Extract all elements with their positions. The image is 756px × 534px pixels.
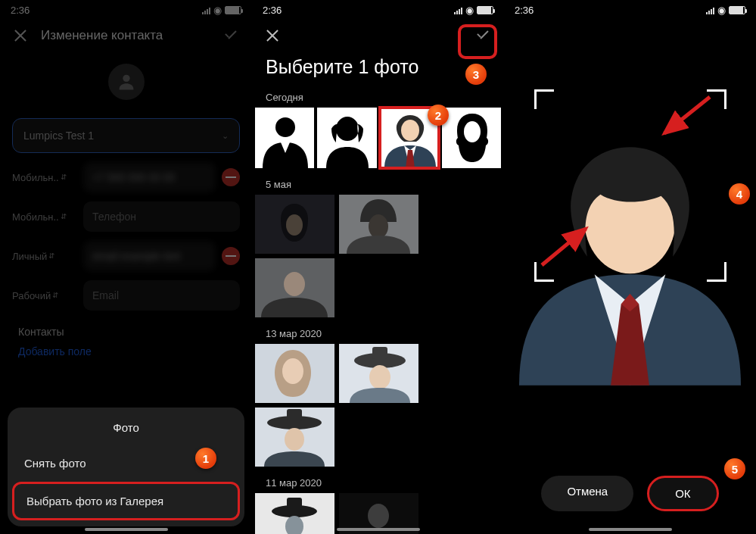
step-badge-2: 2 (428, 105, 449, 126)
status-time: 2:36 (515, 5, 534, 16)
contacts-section-label: Контакты (0, 320, 252, 342)
svg-point-0 (123, 75, 129, 82)
add-field-link[interactable]: Добавить поле (0, 342, 252, 361)
signal-icon (706, 5, 714, 14)
status-bar: 2:36 ◉ (504, 0, 756, 20)
wifi-icon: ◉ (465, 5, 474, 16)
photo-thumb[interactable] (255, 493, 334, 534)
today-row (252, 108, 504, 176)
photo-thumb[interactable] (339, 195, 418, 254)
home-indicator[interactable] (85, 528, 168, 531)
step-badge-5: 5 (724, 458, 745, 479)
svg-rect-22 (287, 409, 302, 421)
crop-buttons: Отмена ОК (504, 476, 756, 511)
edit-contact-header: Изменение контакта (0, 20, 252, 50)
svg-point-13 (284, 272, 305, 296)
email-value-1[interactable]: email example text (83, 241, 216, 271)
remove-phone-1-button[interactable] (222, 168, 240, 186)
status-time: 2:36 (263, 5, 282, 16)
status-indicators: ◉ (454, 5, 493, 16)
highlight-frame-confirm (458, 24, 497, 59)
phone-value-1[interactable]: +7 900 000 00 00 (83, 162, 216, 192)
phone-row-1: Мобильн..⇵ +7 900 000 00 00 (12, 162, 240, 192)
photo-thumb[interactable] (317, 108, 376, 168)
section-may5: 5 мая (252, 176, 504, 195)
photo-thumb[interactable] (255, 258, 334, 317)
status-time: 2:36 (11, 5, 30, 16)
svg-point-29 (368, 504, 389, 528)
wifi-icon: ◉ (717, 5, 726, 16)
phone-row-2: Мобильн..⇵ Телефон (12, 201, 240, 232)
annotation-arrow-icon (648, 91, 716, 144)
personal-label[interactable]: Личный⇵ (12, 251, 77, 262)
section-mar11: 11 мар 2020 (252, 474, 504, 493)
status-indicators: ◉ (706, 5, 745, 16)
svg-point-11 (369, 214, 388, 239)
photo-thumb[interactable] (255, 344, 334, 403)
svg-point-5 (401, 120, 419, 141)
battery-icon (729, 6, 745, 14)
confirm-icon[interactable] (222, 27, 238, 44)
svg-point-23 (285, 428, 304, 451)
signal-icon (202, 5, 210, 14)
battery-icon (225, 6, 241, 14)
name-field[interactable]: Lumpics Test 1 ⌄ (12, 118, 240, 153)
step-badge-1: 1 (195, 448, 216, 469)
mobile-label-2[interactable]: Мобильн..⇵ (12, 211, 77, 223)
home-indicator[interactable] (337, 528, 420, 531)
section-today: Сегодня (252, 89, 504, 108)
mar13-row (252, 344, 504, 474)
photo-thumb[interactable] (442, 108, 501, 168)
svg-point-7 (464, 121, 481, 142)
home-indicator[interactable] (589, 528, 672, 531)
sheet-title: Фото (8, 421, 244, 434)
step-badge-3: 3 (465, 64, 487, 85)
may5-row (252, 195, 504, 325)
wifi-icon: ◉ (213, 5, 222, 16)
work-label[interactable]: Рабочий⇵ (12, 290, 77, 301)
photo-thumb[interactable] (339, 344, 418, 403)
photo-thumb[interactable] (255, 408, 334, 467)
cancel-button[interactable]: Отмена (541, 476, 633, 511)
phone-placeholder[interactable]: Телефон (83, 201, 240, 232)
status-bar: 2:36 ◉ (252, 0, 504, 20)
status-bar: 2:36 ◉ (0, 0, 252, 20)
status-indicators: ◉ (202, 5, 241, 16)
photo-thumb[interactable] (255, 195, 334, 254)
email-row-1: Личный⇵ email example text (12, 241, 240, 271)
svg-point-9 (286, 214, 303, 236)
ok-button[interactable]: ОК (647, 476, 718, 511)
name-value: Lumpics Test 1 (23, 130, 94, 142)
email-row-2: Рабочий⇵ Email (12, 280, 240, 311)
photo-thumb[interactable] (255, 108, 314, 168)
email-placeholder[interactable]: Email (83, 280, 240, 311)
close-icon[interactable] (266, 29, 279, 42)
svg-line-32 (664, 97, 710, 133)
svg-point-19 (369, 365, 390, 389)
svg-line-33 (542, 229, 586, 265)
svg-point-15 (282, 358, 303, 384)
annotation-arrow-icon (534, 220, 602, 273)
avatar-placeholder[interactable] (108, 64, 145, 100)
chevron-down-icon: ⌄ (222, 131, 229, 141)
section-mar13: 13 мар 2020 (252, 325, 504, 344)
remove-email-1-button[interactable] (222, 247, 240, 265)
svg-rect-18 (372, 347, 387, 359)
close-icon[interactable] (14, 29, 27, 42)
svg-rect-26 (287, 498, 302, 510)
choose-from-gallery-option[interactable]: Выбрать фото из Галерея (12, 482, 240, 520)
mobile-label[interactable]: Мобильн..⇵ (12, 172, 77, 183)
signal-icon (454, 5, 462, 14)
battery-icon (477, 6, 493, 14)
step-badge-4: 4 (729, 183, 750, 205)
page-title: Изменение контакта (41, 28, 163, 43)
svg-point-2 (275, 117, 295, 137)
